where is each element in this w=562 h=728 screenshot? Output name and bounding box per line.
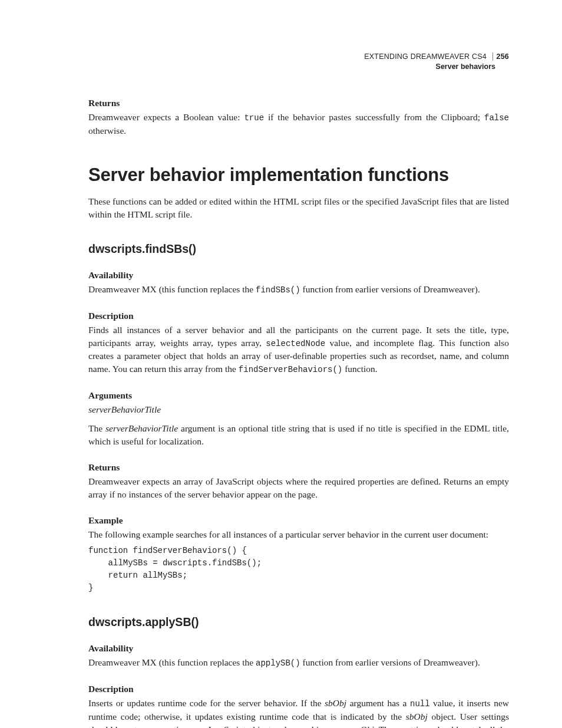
code-findserverbehaviors: findServerBehaviors() xyxy=(239,365,342,374)
em-sbobj-2: sbObj xyxy=(406,711,428,722)
description-heading-2: Description xyxy=(88,684,509,694)
running-header: EXTENDING DREAMWEAVER CS4 256 Server beh… xyxy=(88,52,509,72)
example-heading: Example xyxy=(88,515,509,526)
arguments-heading: Arguments xyxy=(88,390,509,401)
page-number: 256 xyxy=(492,52,509,61)
func-title-applysb: dwscripts.applySB() xyxy=(88,615,509,629)
page-container: EXTENDING DREAMWEAVER CS4 256 Server beh… xyxy=(0,0,562,728)
code-false: false xyxy=(484,113,509,123)
code-null: null xyxy=(410,699,430,709)
availability-text-2: Dreamweaver MX (this function replaces t… xyxy=(88,656,509,670)
argument-name: serverBehaviorTitle xyxy=(88,403,509,416)
description-text-1: Finds all instances of a server behavior… xyxy=(88,324,509,377)
section-title: Server behavior implementation functions xyxy=(88,164,509,186)
returns-text-1: Dreamweaver expects an array of JavaScri… xyxy=(88,475,509,501)
returns-heading-top: Returns xyxy=(88,98,509,108)
description-heading-1: Description xyxy=(88,311,509,321)
availability-text-1: Dreamweaver MX (this function replaces t… xyxy=(88,283,509,297)
code-findsbs: findSBs() xyxy=(256,285,300,295)
book-title: EXTENDING DREAMWEAVER CS4 xyxy=(364,52,487,61)
code-selectednode: selectedNode xyxy=(266,339,325,348)
arg-em: serverBehaviorTitle xyxy=(105,423,178,433)
running-header-section: Server behaviors xyxy=(88,62,495,72)
argument-explanation: The serverBehaviorTitle argument is an o… xyxy=(88,422,509,448)
returns-heading-1: Returns xyxy=(88,462,509,473)
example-code-block: function findServerBehaviors() { allMySB… xyxy=(88,545,509,594)
func-title-findsbs: dwscripts.findSBs() xyxy=(88,242,509,256)
availability-heading-2: Availability xyxy=(88,643,509,654)
availability-heading-1: Availability xyxy=(88,270,509,281)
em-paramobj: paramObj xyxy=(336,724,374,728)
returns-text-top: Dreamweaver expects a Boolean value: tru… xyxy=(88,111,509,137)
description-text-2: Inserts or updates runtime code for the … xyxy=(88,697,509,728)
em-sbobj-1: sbObj xyxy=(325,698,346,708)
code-true: true xyxy=(244,113,264,123)
example-text: The following example searches for all i… xyxy=(88,528,509,541)
running-header-top: EXTENDING DREAMWEAVER CS4 256 xyxy=(88,52,509,62)
code-applysb: applySB() xyxy=(256,658,300,668)
section-intro: These functions can be added or edited w… xyxy=(88,195,509,221)
